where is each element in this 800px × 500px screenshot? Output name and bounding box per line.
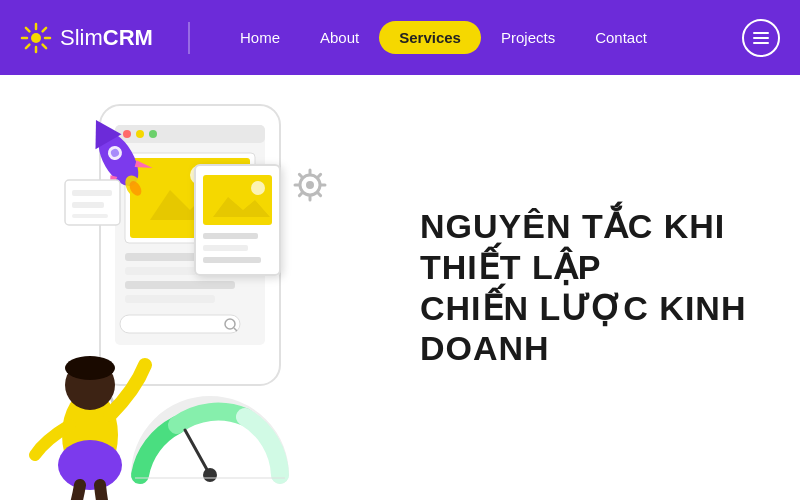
svg-rect-74 — [72, 190, 112, 196]
svg-rect-31 — [203, 245, 248, 251]
svg-rect-23 — [125, 267, 205, 275]
svg-rect-25 — [125, 295, 215, 303]
svg-line-6 — [43, 44, 47, 48]
svg-line-47 — [299, 174, 302, 177]
svg-line-7 — [43, 27, 47, 31]
page-headline: NGUYÊN TẮC KHI THIẾT LẬP CHIẾN LƯỢC KINH… — [420, 206, 760, 369]
svg-point-67 — [65, 356, 115, 380]
nav-projects[interactable]: Projects — [481, 21, 575, 54]
svg-point-0 — [31, 33, 41, 43]
svg-rect-70 — [120, 315, 240, 333]
text-area: NGUYÊN TẮC KHI THIẾT LẬP CHIẾN LƯỢC KINH… — [380, 186, 800, 389]
illustration — [0, 75, 380, 500]
svg-rect-32 — [203, 257, 261, 263]
logo-area: SlimCRM — [20, 22, 190, 54]
logo-icon — [20, 22, 52, 54]
logo-text: SlimCRM — [60, 25, 153, 51]
nav-contact[interactable]: Contact — [575, 21, 667, 54]
nav: Home About Services Projects Contact — [220, 21, 742, 54]
svg-line-48 — [318, 193, 321, 196]
hamburger-icon — [751, 28, 771, 48]
svg-line-8 — [26, 44, 30, 48]
svg-rect-30 — [203, 233, 258, 239]
svg-point-42 — [306, 181, 314, 189]
main-content: NGUYÊN TẮC KHI THIẾT LẬP CHIẾN LƯỢC KINH… — [0, 75, 800, 500]
svg-point-29 — [251, 181, 265, 195]
svg-rect-24 — [125, 281, 235, 289]
svg-point-65 — [58, 440, 122, 490]
svg-point-17 — [149, 130, 157, 138]
svg-point-15 — [123, 130, 131, 138]
nav-services[interactable]: Services — [379, 21, 481, 54]
svg-line-61 — [185, 430, 210, 475]
illustration-svg — [0, 75, 380, 500]
svg-point-16 — [136, 130, 144, 138]
svg-point-62 — [203, 468, 217, 482]
svg-rect-76 — [72, 214, 108, 218]
nav-home[interactable]: Home — [220, 21, 300, 54]
nav-about[interactable]: About — [300, 21, 379, 54]
svg-line-49 — [318, 174, 321, 177]
svg-line-5 — [26, 27, 30, 31]
svg-rect-75 — [72, 202, 104, 208]
svg-line-50 — [299, 193, 302, 196]
menu-button[interactable] — [742, 19, 780, 57]
header: SlimCRM Home About Services Projects Con… — [0, 0, 800, 75]
